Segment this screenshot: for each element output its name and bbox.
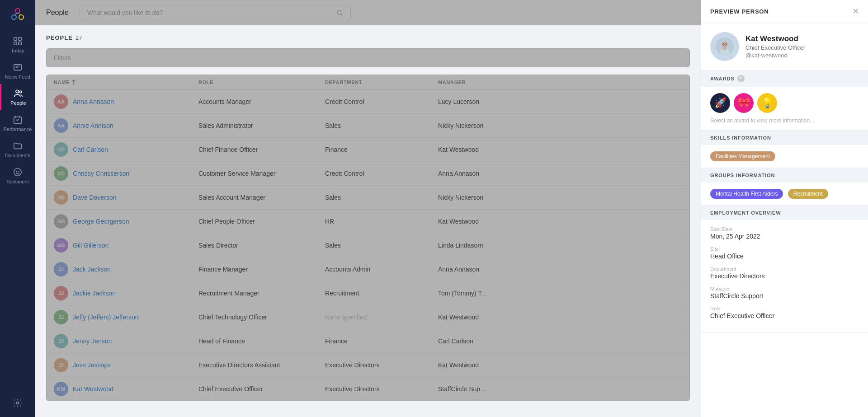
employment-value: Executive Directors — [710, 272, 859, 280]
col-manager: Kat Westwood — [438, 314, 682, 321]
col-manager: StaffCircle Sup... — [438, 385, 682, 393]
award-rocket-icon[interactable]: 🚀 — [710, 93, 730, 113]
page-header: PEOPLE 27 — [46, 34, 690, 41]
employment-field: Role Chief Executive Officer — [710, 306, 859, 319]
employment-value: Head Office — [710, 253, 859, 260]
sidebar-item-news-feed[interactable]: News Feed — [0, 58, 35, 84]
employment-label: Site — [710, 246, 859, 252]
sidebar-item-settings[interactable] — [10, 394, 25, 412]
preview-person-name: Kat Westwood — [745, 34, 805, 43]
table-header: NAME ROLE DEPARTMENT MANAGER — [47, 75, 689, 90]
col-role: Chief Executive Officer — [198, 385, 325, 393]
avatar: KW — [54, 382, 68, 396]
sidebar-label-today: Today — [11, 48, 24, 53]
employment-body: Start Date Mon, 25 Apr 2022 Site Head Of… — [701, 220, 868, 332]
col-role: Finance Manager — [198, 266, 325, 273]
table-row[interactable]: JJ Jeffy (Jeffers) Jefferson Chief Techn… — [47, 305, 689, 329]
person-name: Carl Carlson — [73, 146, 108, 153]
svg-point-13 — [16, 90, 19, 93]
skill-tag-facilities[interactable]: Facilities Management — [710, 151, 775, 161]
preview-person-handle: @kat-westwood — [745, 52, 805, 59]
skills-title: SKILLS INFORMATION — [710, 135, 771, 141]
sidebar-item-today[interactable]: Today — [0, 32, 35, 58]
avatar: AA — [54, 94, 68, 109]
table-row[interactable]: AA Annie Annison Sales Administrator Sal… — [47, 114, 689, 138]
person-name: Jess Jessops — [73, 361, 111, 369]
employment-value: StaffCircle Support — [710, 292, 859, 300]
table-row[interactable]: DD Dave Daverson Sales Account Manager S… — [47, 186, 689, 210]
award-bulb-icon[interactable]: 💡 — [757, 93, 777, 113]
avatar: GG — [54, 238, 68, 253]
employment-header: EMPLOYMENT OVERVIEW — [701, 206, 868, 220]
app-logo[interactable] — [8, 5, 28, 24]
table-row[interactable]: JJ Jack Jackson Finance Manager Accounts… — [47, 258, 689, 281]
sidebar-item-people[interactable]: People — [0, 84, 35, 110]
group-tag-recruitment[interactable]: Recruitment — [788, 189, 828, 199]
avatar: JJ — [54, 286, 68, 300]
col-role: Chief Finance Officer — [198, 146, 325, 153]
person-name: George Georgerson — [73, 218, 129, 225]
awards-section: AWARDS ? 🚀 🎀 💡 Select an award to view m… — [701, 70, 868, 131]
people-icon — [14, 89, 24, 98]
col-manager: Kat Westwood — [438, 146, 682, 153]
table-row[interactable]: AA Anna Annason Accounts Manager Credit … — [47, 90, 689, 114]
employment-field: Manager StaffCircle Support — [710, 286, 859, 300]
svg-rect-7 — [19, 37, 21, 40]
sidebar-item-sentiment[interactable]: Sentiment — [0, 163, 35, 189]
avatar: CC — [54, 166, 68, 181]
col-header-manager: MANAGER — [438, 80, 682, 85]
filters-bar[interactable]: Filters — [46, 48, 690, 67]
employment-fields: Start Date Mon, 25 Apr 2022 Site Head Of… — [710, 226, 859, 319]
employment-label: Department — [710, 266, 859, 272]
groups-section: GROUPS INFORMATION Mental Health First A… — [701, 168, 868, 206]
table-row[interactable]: GG George Georgerson Chief People Office… — [47, 210, 689, 234]
person-cell: GG George Georgerson — [54, 214, 198, 229]
col-dept: HR — [325, 218, 438, 225]
svg-point-19 — [16, 171, 17, 172]
col-role: Sales Director — [198, 242, 325, 249]
avatar: CC — [54, 142, 68, 157]
avatar — [710, 32, 739, 61]
person-name: Annie Annison — [73, 122, 113, 129]
table-row[interactable]: CC Chrissy Chrisserson Customer Service … — [47, 162, 689, 186]
col-role: Head of Finance — [198, 337, 325, 345]
avatar: AA — [54, 118, 68, 133]
topbar: People What would you like to do? — [35, 0, 701, 25]
group-tag-mental-health[interactable]: Mental Health First Aiders — [710, 189, 783, 199]
avatar: GG — [54, 214, 68, 229]
topbar-title: People — [46, 9, 69, 17]
person-name: Kat Westwood — [73, 385, 113, 393]
awards-note: Select an award to view more information… — [710, 117, 859, 124]
people-count: 27 — [75, 34, 82, 41]
table-row[interactable]: JJ Jenny Jenson Head of Finance Finance … — [47, 329, 689, 353]
close-button[interactable]: ✕ — [852, 7, 859, 15]
person-cell: GG Gill Gillerson — [54, 238, 198, 253]
award-star-icon[interactable]: 🎀 — [734, 93, 754, 113]
employment-field: Department Executive Directors — [710, 266, 859, 280]
svg-rect-8 — [14, 42, 17, 45]
col-header-name: NAME — [54, 80, 198, 85]
sidebar-item-documents[interactable]: Documents — [0, 136, 35, 163]
table-row[interactable]: JJ Jess Jessops Executive Directors Assi… — [47, 353, 689, 377]
person-cell: AA Anna Annason — [54, 94, 198, 109]
person-cell: DD Dave Daverson — [54, 190, 198, 205]
table-row[interactable]: CC Carl Carlson Chief Finance Officer Fi… — [47, 138, 689, 162]
awards-help-icon[interactable]: ? — [737, 75, 745, 82]
col-dept: Credit Control — [325, 98, 438, 105]
preview-person-details: Kat Westwood Chief Executive Officer @ka… — [745, 34, 805, 59]
table-row[interactable]: JJ Jackie Jackson Recruitment Manager Re… — [47, 281, 689, 305]
table-row[interactable]: KW Kat Westwood Chief Executive Officer … — [47, 377, 689, 401]
col-dept: Executive Directors — [325, 361, 438, 369]
awards-title: AWARDS — [710, 76, 735, 81]
col-manager: Nicky Nickerson — [438, 194, 682, 201]
svg-point-18 — [14, 169, 22, 176]
col-manager: Carl Carlson — [438, 337, 682, 345]
col-manager: Kat Westwood — [438, 361, 682, 369]
employment-section: EMPLOYMENT OVERVIEW Start Date Mon, 25 A… — [701, 206, 868, 333]
col-manager: Linda Lindasorn — [438, 242, 682, 249]
table-row[interactable]: GG Gill Gillerson Sales Director Sales L… — [47, 234, 689, 258]
sidebar-item-performance[interactable]: Performance — [0, 110, 35, 136]
search-bar[interactable]: What would you like to do? — [80, 5, 351, 20]
gear-icon — [13, 398, 23, 408]
svg-point-0 — [8, 5, 28, 24]
